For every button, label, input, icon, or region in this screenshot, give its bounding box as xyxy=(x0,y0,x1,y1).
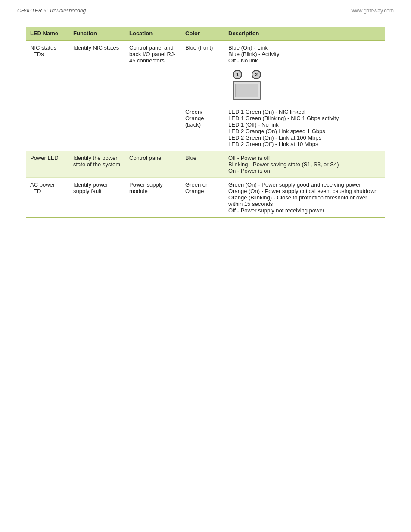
nic-port-box xyxy=(233,81,261,100)
col-header-function: Function xyxy=(69,27,125,40)
col-header-location: Location xyxy=(125,27,181,40)
cell-location-ac: Power supply module xyxy=(125,178,181,218)
col-header-led-name: LED Name xyxy=(26,27,69,40)
table-row: NIC status LEDs Identify NIC states Cont… xyxy=(26,40,385,105)
col-header-description: Description xyxy=(224,27,385,40)
nic-port-inner xyxy=(235,84,258,97)
nic-led-1: 1 xyxy=(233,70,242,79)
nic-led-2: 2 xyxy=(252,70,261,79)
cell-location: Control panel and back I/O panel RJ-45 c… xyxy=(125,40,181,105)
cell-description-power: Off - Power is off Blinking - Power savi… xyxy=(224,151,385,178)
cell-function-ac: Identify power supply fault xyxy=(69,178,125,218)
cell-color-power: Blue xyxy=(181,151,224,178)
cell-led-name-power: Power LED xyxy=(26,151,69,178)
cell-function: Identify NIC states xyxy=(69,40,125,105)
cell-description-back: LED 1 Green (On) - NIC linked LED 1 Gree… xyxy=(224,105,385,151)
cell-description: Blue (On) - Link Blue (Blink) - Activity… xyxy=(224,40,385,105)
chapter-title: CHAPTER 6: Troubleshooting xyxy=(17,8,86,14)
cell-location-empty xyxy=(125,105,181,151)
cell-function-power: Identify the power state of the system xyxy=(69,151,125,178)
cell-color-ac: Green or Orange xyxy=(181,178,224,218)
table-row: Green/Orange(back) LED 1 Green (On) - NI… xyxy=(26,105,385,151)
website-url: www.gateway.com xyxy=(352,8,394,14)
table-row: AC power LED Identify power supply fault… xyxy=(26,178,385,218)
col-header-color: Color xyxy=(181,27,224,40)
table-row: Power LED Identify the power state of th… xyxy=(26,151,385,178)
page-header: CHAPTER 6: Troubleshooting www.gateway.c… xyxy=(0,0,411,18)
content-area: LED Name Function Location Color Descrip… xyxy=(0,18,411,235)
cell-color: Blue (front) xyxy=(181,40,224,105)
cell-led-name-empty xyxy=(26,105,69,151)
cell-led-name: NIC status LEDs xyxy=(26,40,69,105)
table-header-row: LED Name Function Location Color Descrip… xyxy=(26,27,385,40)
nic-diagram: 1 2 xyxy=(228,70,267,100)
cell-function-empty xyxy=(69,105,125,151)
cell-location-power: Control panel xyxy=(125,151,181,178)
cell-color-back: Green/Orange(back) xyxy=(181,105,224,151)
led-table: LED Name Function Location Color Descrip… xyxy=(26,27,385,218)
cell-description-ac: Green (On) - Power supply good and recei… xyxy=(224,178,385,218)
cell-led-name-ac: AC power LED xyxy=(26,178,69,218)
